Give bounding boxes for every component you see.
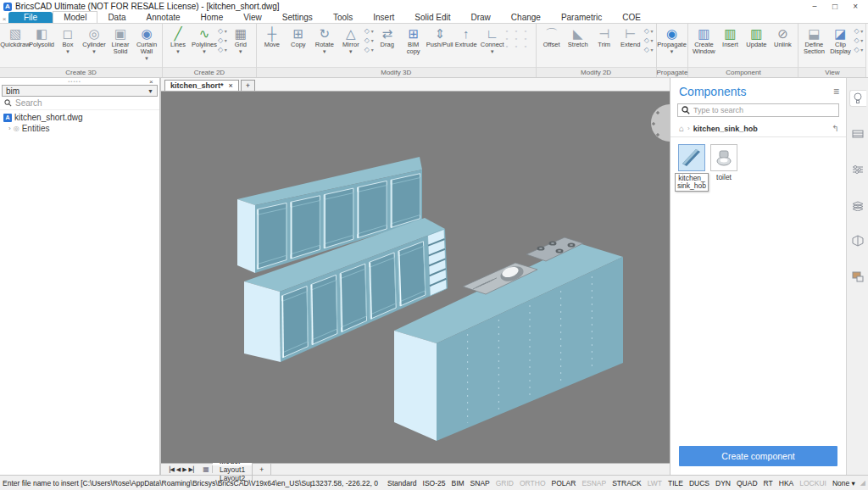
copy-button[interactable]: ⊞Copy — [286, 25, 311, 48]
drawing-viewport[interactable] — [161, 92, 670, 463]
component-item-toilet[interactable]: toilet — [709, 144, 738, 181]
minimize-button[interactable]: − — [812, 2, 817, 11]
hide-section-icon[interactable]: ◇ ▾ — [854, 36, 863, 45]
polygon-tool-icon[interactable]: ◇ ▾ — [218, 46, 227, 54]
fillet-tool-icon[interactable]: ◇ ▾ — [364, 36, 374, 45]
connect-button[interactable]: ∟Connect▼ — [480, 25, 505, 53]
clip-display-button[interactable]: ◪Clip Display — [827, 25, 853, 55]
select-section-icon[interactable]: ◇ ▾ — [854, 46, 863, 54]
curtain-wall-button[interactable]: ◉Curtain Wall▼ — [134, 25, 159, 60]
box-button[interactable]: ◻Box▼ — [55, 25, 81, 53]
fillet2d-tool-icon[interactable]: ◇ ▾ — [644, 27, 654, 36]
grid-button[interactable]: ▦Grid▼ — [228, 25, 253, 53]
slice-icon[interactable]: ▫ — [506, 36, 515, 42]
offset-button[interactable]: ⌒Offset — [539, 25, 565, 48]
status-toggle-hka[interactable]: HKA — [779, 479, 793, 487]
circle-tool-icon[interactable]: ◇ ▾ — [218, 27, 227, 36]
sheet-sets-icon[interactable] — [849, 125, 866, 142]
prev-layout-icon[interactable]: ◀ — [176, 466, 181, 473]
bim-copy-button[interactable]: ⊞BIM copy — [401, 25, 426, 55]
component-item-kitchen_sink_hob[interactable]: kitchen_sink_hob — [677, 144, 706, 192]
ribbon-tab-model[interactable]: Model — [53, 11, 97, 23]
ribbon-tab-coe[interactable]: COE — [612, 12, 651, 23]
bim-search-input[interactable]: Search — [0, 97, 159, 110]
status-toggle-iso-25[interactable]: ISO-25 — [423, 479, 446, 487]
propagate-button[interactable]: ◉Propagate▼ — [659, 25, 685, 53]
status-toggle-quad[interactable]: QUAD — [737, 479, 758, 487]
last-layout-icon[interactable]: ▶▏ — [189, 466, 198, 473]
status-toggle-ducs[interactable]: DUCS — [689, 479, 709, 487]
shell-icon[interactable]: ▫ — [515, 36, 524, 42]
chamfer-tool-icon[interactable]: ◇ ▾ — [364, 27, 374, 36]
corner-tool-icon[interactable]: ◇ ▾ — [644, 46, 654, 54]
status-toggle-lockui[interactable]: LOCKUI — [799, 479, 826, 487]
structure-icon[interactable] — [849, 232, 866, 249]
ribbon-tab-home[interactable]: Home — [191, 12, 234, 23]
array-icon[interactable]: ▫ — [515, 43, 524, 50]
status-toggle-ortho[interactable]: ORTHO — [520, 479, 546, 487]
stretch-button[interactable]: ◣Stretch — [565, 25, 591, 48]
close-button[interactable]: × — [853, 2, 858, 11]
hamburger-menu-icon[interactable]: ≡ — [833, 86, 839, 97]
components-search-input[interactable]: Type to search — [677, 103, 839, 117]
polysolid-button[interactable]: ◧Polysolid — [29, 25, 54, 48]
ribbon-tab-solid-edit[interactable]: Solid Edit — [404, 12, 460, 23]
linear-solid-button[interactable]: ▣Linear Solid — [108, 25, 133, 55]
layout-list-icon[interactable]: ▦ — [200, 465, 213, 473]
show-section-icon[interactable]: ◇ ▾ — [854, 27, 863, 36]
push-pull-button[interactable]: ⇕Push/Pull — [427, 25, 453, 48]
add-layout-button[interactable]: + — [253, 464, 271, 475]
status-toggle-bim[interactable]: BIM — [451, 479, 464, 487]
solid-tool-icon[interactable]: ◇ ▾ — [364, 46, 374, 54]
unlink-button[interactable]: ⊘Unlink — [770, 25, 795, 48]
status-toggle-snap[interactable]: SNAP — [470, 479, 490, 487]
lines-button[interactable]: ╱Lines▼ — [165, 25, 191, 53]
ribbon-tab-view[interactable]: View — [233, 12, 272, 23]
panel-drag-handle[interactable]: ••••• — [0, 79, 149, 84]
insert-button[interactable]: ▥Insert — [717, 25, 743, 48]
trim-button[interactable]: ⊣Trim — [592, 25, 617, 48]
intersect-icon[interactable]: ▫ — [525, 28, 533, 35]
new-tab-button[interactable]: + — [241, 80, 255, 91]
chamfer2d-tool-icon[interactable]: ◇ ▾ — [644, 36, 654, 45]
mirror-button[interactable]: △Mirror▼ — [338, 25, 364, 53]
status-toggle-lwt[interactable]: LWT — [648, 479, 662, 487]
arc-tool-icon[interactable]: ◇ ▾ — [218, 36, 227, 45]
render-balloon-icon[interactable] — [849, 90, 866, 107]
command-line[interactable]: Enter file name to insert [C:\Users\Rose… — [3, 479, 312, 487]
resize-grip[interactable]: ◢ — [860, 479, 865, 487]
ribbon-tab-insert[interactable]: Insert — [363, 12, 404, 23]
3darray-icon[interactable]: ▫ — [525, 43, 533, 50]
status-toggle-standard[interactable]: Standard — [387, 479, 417, 487]
layers-icon[interactable] — [849, 197, 866, 214]
first-layout-icon[interactable]: ▕◀ — [165, 466, 175, 473]
align-icon[interactable]: ▫ — [506, 43, 515, 50]
ribbon-tab-data[interactable]: Data — [97, 12, 136, 23]
extend-button[interactable]: ⊢Extend — [618, 25, 643, 48]
ribbon-tab-change[interactable]: Change — [501, 12, 551, 23]
back-arrow-icon[interactable]: ↰ — [832, 124, 839, 133]
status-toggle-esnap[interactable]: ESNAP — [581, 479, 606, 487]
status-toggle-polar[interactable]: POLAR — [552, 479, 576, 487]
ribbon-tab-annotate[interactable]: Annotate — [136, 12, 191, 23]
tree-item-entities[interactable]: ›◎Entities — [0, 123, 159, 134]
status-toggle-strack[interactable]: STRACK — [612, 479, 641, 487]
document-tab[interactable]: kitchen_short* × — [164, 80, 239, 91]
taper-icon[interactable]: ▫ — [525, 36, 533, 42]
status-toggle-dyn[interactable]: DYN — [715, 479, 731, 487]
rotate-button[interactable]: ↻Rotate▼ — [312, 25, 337, 53]
define-section-button[interactable]: ⬓Define Section — [801, 25, 826, 55]
ribbon-tab-settings[interactable]: Settings — [272, 12, 323, 23]
status-toggle-none[interactable]: None ▾ — [832, 479, 855, 487]
home-icon[interactable]: ⌂ — [679, 124, 684, 133]
ribbon-tab-tools[interactable]: Tools — [323, 12, 363, 23]
dock-close-icon[interactable]: × — [0, 15, 8, 23]
status-toggle-grid[interactable]: GRID — [496, 479, 514, 487]
quickdraw-button[interactable]: ▧Quickdraw — [3, 25, 28, 48]
status-toggle-tile[interactable]: TILE — [668, 479, 683, 487]
ribbon-tab-parametric[interactable]: Parametric — [551, 12, 612, 23]
properties-icon[interactable] — [849, 161, 866, 178]
create-component-button[interactable]: Create component — [679, 446, 837, 466]
tree-item-kitchen-short-dwg[interactable]: Akitchen_short.dwg — [0, 112, 159, 123]
subtract-icon[interactable]: ▫ — [515, 28, 524, 35]
